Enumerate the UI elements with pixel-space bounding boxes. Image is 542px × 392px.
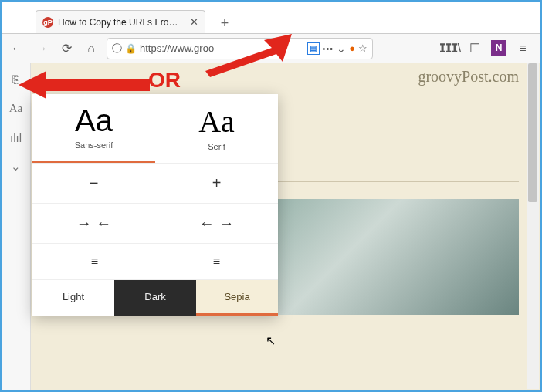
pocket-icon[interactable]: ⌄: [337, 42, 346, 55]
sidebar-toggle-icon[interactable]: ☐: [466, 40, 483, 57]
theme-dark[interactable]: Dark: [114, 280, 196, 316]
annotation-or-label: OR: [148, 68, 181, 93]
line-height-decrease[interactable]: ≡: [32, 244, 155, 279]
font-size-decrease[interactable]: −: [32, 164, 155, 203]
tab-favicon: gP: [42, 17, 53, 28]
annotation-arrow-right: [191, 34, 292, 80]
app-menu-icon[interactable]: ≡: [514, 40, 531, 57]
type-controls-popup: Aa Sans-serif Aa Serif − + → ← ← → ≡ ≡ L…: [32, 94, 278, 316]
reader-mode-icon[interactable]: ▤: [307, 42, 320, 55]
tab-close-icon[interactable]: ✕: [190, 16, 198, 28]
content-width-increase[interactable]: ← →: [155, 204, 278, 243]
font-size-increase[interactable]: +: [155, 164, 278, 203]
font-sample-serif: Aa: [198, 106, 235, 137]
theme-sepia[interactable]: Sepia: [196, 280, 278, 316]
library-icon[interactable]: 𝗜𝗜𝗜\: [442, 40, 459, 57]
vertical-scrollbar[interactable]: [527, 63, 539, 389]
svg-marker-1: [205, 34, 292, 77]
reader-sidebar: ⎘ Aa ılıl ⌄: [2, 63, 31, 390]
page-actions-icon[interactable]: •••: [323, 44, 334, 53]
font-sample-sans: Aa: [75, 105, 113, 136]
tab-title: How to Copy the URLs From Al: [58, 17, 185, 28]
annotation-arrow-left: [19, 69, 150, 103]
reload-button[interactable]: ⟳: [57, 39, 76, 58]
site-info-icon[interactable]: ⓘ: [112, 42, 122, 56]
onenote-icon[interactable]: N: [491, 40, 506, 56]
mouse-cursor-icon: ↖: [266, 333, 276, 348]
theme-light[interactable]: Light: [32, 280, 114, 316]
forward-button: →: [32, 39, 51, 58]
site-brand: groovyPost.com: [418, 68, 519, 86]
home-button[interactable]: ⌂: [82, 39, 100, 58]
firefox-indicator-icon: ●: [349, 42, 355, 54]
scrollbar-thumb[interactable]: [528, 63, 537, 202]
browser-tab[interactable]: gP How to Copy the URLs From Al ✕: [36, 10, 205, 33]
svg-marker-0: [19, 71, 150, 99]
tab-strip: gP How to Copy the URLs From Al ✕ +: [2, 8, 540, 34]
font-serif-option[interactable]: Aa Serif: [155, 94, 278, 163]
back-button[interactable]: ←: [8, 39, 26, 58]
save-pocket-icon[interactable]: ⌄: [7, 157, 25, 176]
bookmark-star-icon[interactable]: ☆: [358, 42, 368, 54]
font-sans-option[interactable]: Aa Sans-serif: [32, 94, 155, 163]
content-width-decrease[interactable]: → ←: [32, 204, 155, 243]
narrate-icon[interactable]: ılıl: [7, 128, 25, 147]
new-tab-button[interactable]: +: [215, 13, 235, 33]
lock-icon: 🔒: [125, 43, 137, 54]
line-height-increase[interactable]: ≡: [155, 244, 278, 279]
